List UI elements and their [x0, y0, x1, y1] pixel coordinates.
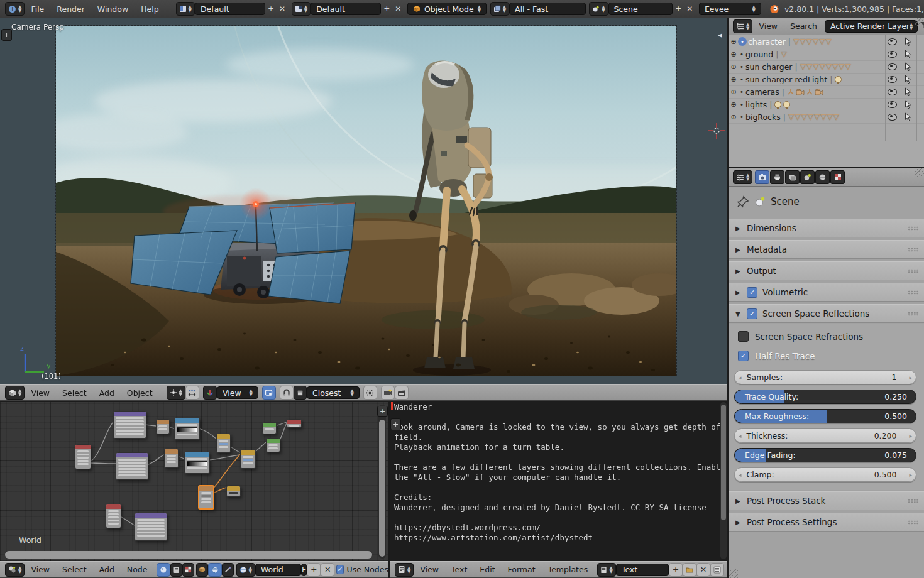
expand-icon[interactable]: ⊕: [729, 63, 738, 71]
node-menu-select[interactable]: Select: [56, 565, 93, 574]
expand-icon[interactable]: ⊕: [729, 101, 738, 109]
text-open-button[interactable]: [683, 563, 696, 577]
trace-quality-slider[interactable]: Trace Quality: 0.250: [734, 390, 916, 404]
cursor-pointer-icon[interactable]: [905, 112, 911, 121]
vp-menu-add[interactable]: Add: [93, 388, 121, 398]
panel-metadata[interactable]: ▶ Metadata: [729, 240, 924, 259]
tab-output[interactable]: [770, 170, 784, 184]
world-unlink-button[interactable]: ✕: [321, 563, 334, 577]
scene-icon-button[interactable]: ▲▼: [589, 2, 608, 16]
panel-post-process-stack[interactable]: ▶ Post Process Stack: [729, 491, 924, 510]
world-datablock-icon-button[interactable]: ▲▼: [236, 563, 255, 577]
node-editor-type-button[interactable]: ▲▼: [5, 563, 25, 577]
render-clapper-icon[interactable]: [395, 386, 409, 400]
cursor-pointer-icon[interactable]: [905, 100, 911, 109]
shader-node-mix-1[interactable]: [216, 434, 231, 453]
eye-icon[interactable]: [888, 89, 897, 95]
workspace-field[interactable]: Default: [195, 3, 265, 15]
shader-node-mix-2[interactable]: [240, 450, 256, 469]
expand-icon[interactable]: ⊕: [729, 88, 738, 96]
shader-type-texture-toggle[interactable]: [182, 563, 194, 577]
panel-dimensions[interactable]: ▶ Dimensions: [729, 219, 924, 237]
text-datablock-icon-button[interactable]: ▲▼: [597, 563, 615, 577]
eye-icon[interactable]: [888, 76, 897, 83]
cursor-pointer-icon[interactable]: [905, 87, 911, 96]
text-editor[interactable]: Wanderer========Look around, Camera is l…: [390, 401, 728, 561]
collection-name[interactable]: sun charger: [745, 62, 792, 72]
panel-drag-grip[interactable]: [908, 312, 919, 316]
horizontal-splitter-right[interactable]: [729, 167, 924, 168]
proportional-edit-toggle[interactable]: [363, 386, 377, 400]
panel-drag-grip[interactable]: [908, 290, 919, 295]
menu-window[interactable]: Window: [91, 4, 135, 14]
info-editor-type-button[interactable]: i ▲▼: [5, 2, 25, 16]
orientation-axis-button[interactable]: [203, 386, 217, 400]
text-new-button[interactable]: +: [669, 563, 683, 577]
panel-drag-grip[interactable]: [908, 269, 919, 273]
shader-node-tex-2[interactable]: [164, 449, 179, 468]
text-menu-templates[interactable]: Templates: [542, 565, 595, 574]
corner-resize-handle[interactable]: [729, 569, 738, 578]
layout-field[interactable]: Default: [311, 3, 381, 15]
shader-node-colorramp-1[interactable]: [174, 418, 200, 440]
snap-magnet-icon[interactable]: [280, 386, 294, 400]
fake-user-button[interactable]: F: [301, 564, 307, 576]
view-layer-field[interactable]: All - Fast: [509, 3, 585, 15]
line-numbers-toggle[interactable]: [710, 563, 724, 577]
snap-element-button[interactable]: [294, 386, 307, 400]
workspace-icon-button[interactable]: ▲▼: [176, 2, 195, 16]
shader-node-mapping-3[interactable]: [135, 513, 167, 541]
collection-name[interactable]: ground: [745, 50, 773, 59]
eye-icon[interactable]: [888, 63, 897, 70]
node-menu-node[interactable]: Node: [121, 565, 154, 574]
layout-icon-button[interactable]: ▲▼: [292, 2, 311, 16]
vp-menu-view[interactable]: View: [25, 388, 56, 398]
shader-node-world-output[interactable]: [287, 419, 302, 428]
shader-node-mapping-1[interactable]: [113, 411, 146, 439]
collection-name[interactable]: bigRocks: [745, 112, 781, 122]
expand-icon[interactable]: ⊕: [729, 113, 738, 121]
corner-resize-handle[interactable]: [915, 18, 924, 26]
shader-context-linestyle-toggle[interactable]: [222, 563, 234, 577]
samples-field[interactable]: ◂ Samples: 1 ▸: [734, 370, 916, 384]
shader-type-data-toggle[interactable]: [170, 563, 182, 577]
shader-node-background-2[interactable]: [266, 438, 280, 452]
outliner-display-mode-dropdown[interactable]: Active Render Layer ▲▼: [825, 20, 918, 33]
vp-menu-select[interactable]: Select: [56, 388, 93, 398]
view-layer-icon-button[interactable]: ▲▼: [490, 2, 509, 16]
collection-name[interactable]: cameras: [745, 87, 779, 97]
eye-icon[interactable]: [888, 51, 897, 58]
viewport-editor-type-button[interactable]: ▲▼: [5, 386, 25, 400]
tab-render[interactable]: [755, 170, 769, 184]
shader-node-mapping-2[interactable]: [116, 452, 148, 480]
increment-icon[interactable]: ▸: [909, 433, 912, 439]
cursor-pointer-icon[interactable]: [905, 62, 911, 71]
collection-name[interactable]: lights: [745, 100, 767, 109]
panel-output[interactable]: ▶ Output: [729, 261, 924, 280]
node-editor[interactable]: World +: [0, 402, 388, 561]
world-new-button[interactable]: +: [307, 563, 321, 577]
viewport-3d[interactable]: Camera Persp + ◂ z y (101): [0, 18, 728, 384]
shader-context-world-toggle[interactable]: [208, 563, 222, 577]
node-hscrollbar[interactable]: [5, 551, 372, 559]
mode-dropdown[interactable]: Object Mode ▲▼: [407, 3, 487, 15]
cursor-pointer-icon[interactable]: [905, 75, 911, 84]
toolbar-expand-button[interactable]: +: [1, 29, 12, 41]
clamp-field[interactable]: ◂ Clamp: 0.500 ▸: [734, 467, 916, 482]
expand-icon[interactable]: ⊕: [729, 38, 738, 46]
panel-post-process-settings[interactable]: ▶ Post Process Settings: [729, 513, 924, 532]
pin-icon[interactable]: [737, 195, 749, 208]
menu-help[interactable]: Help: [135, 4, 165, 14]
panel-drag-grip[interactable]: [908, 248, 919, 252]
shader-context-object-toggle[interactable]: [196, 563, 208, 577]
tab-scene[interactable]: [800, 170, 815, 184]
shader-node-envtexture-selected[interactable]: [198, 485, 214, 510]
expand-icon[interactable]: ⊕: [729, 50, 738, 58]
thickness-field[interactable]: ◂ Thickness: 0.200 ▸: [734, 428, 916, 443]
collection-name[interactable]: sun charger redLight: [745, 75, 827, 84]
decrement-icon[interactable]: ◂: [739, 374, 742, 381]
eye-icon[interactable]: [888, 101, 897, 108]
menu-render[interactable]: Render: [50, 4, 91, 14]
vertical-splitter-bottom[interactable]: [388, 401, 390, 578]
vp-menu-object[interactable]: Object: [121, 388, 159, 398]
